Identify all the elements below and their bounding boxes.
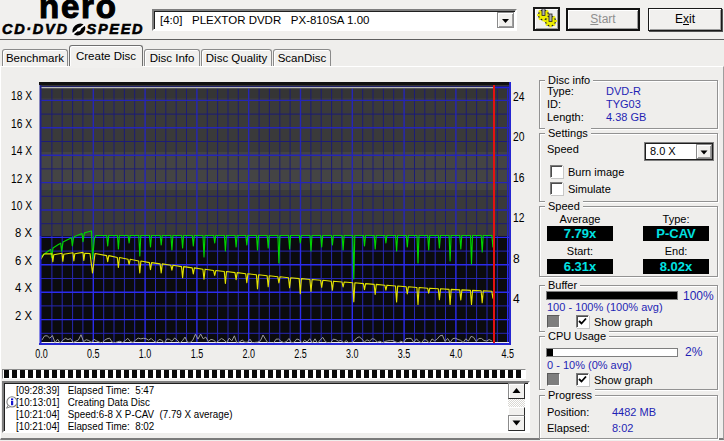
- svg-text:2.0: 2.0: [242, 347, 255, 361]
- svg-text:1.0: 1.0: [139, 347, 152, 361]
- svg-text:2.5: 2.5: [294, 347, 307, 361]
- svg-text:2 X: 2 X: [15, 309, 32, 323]
- svg-text:8 X: 8 X: [15, 226, 32, 240]
- svg-text:12: 12: [513, 211, 525, 225]
- svg-text:14 X: 14 X: [11, 144, 32, 158]
- svg-text:24: 24: [513, 90, 525, 104]
- svg-text:10 X: 10 X: [11, 199, 32, 213]
- svg-text:8: 8: [513, 252, 520, 266]
- svg-text:0.5: 0.5: [87, 347, 100, 361]
- svg-text:4 X: 4 X: [15, 281, 32, 295]
- svg-text:12 X: 12 X: [11, 172, 32, 186]
- svg-text:0.0: 0.0: [35, 347, 48, 361]
- svg-text:3.0: 3.0: [346, 347, 359, 361]
- svg-text:4: 4: [513, 292, 520, 306]
- svg-text:16 X: 16 X: [11, 117, 32, 131]
- svg-text:18 X: 18 X: [11, 89, 32, 103]
- svg-text:20: 20: [513, 130, 525, 144]
- svg-text:6 X: 6 X: [15, 254, 32, 268]
- svg-text:4.0: 4.0: [450, 347, 463, 361]
- svg-text:1.5: 1.5: [191, 347, 204, 361]
- svg-text:16: 16: [513, 171, 525, 185]
- svg-text:4.5: 4.5: [501, 347, 514, 361]
- svg-text:3.5: 3.5: [398, 347, 411, 361]
